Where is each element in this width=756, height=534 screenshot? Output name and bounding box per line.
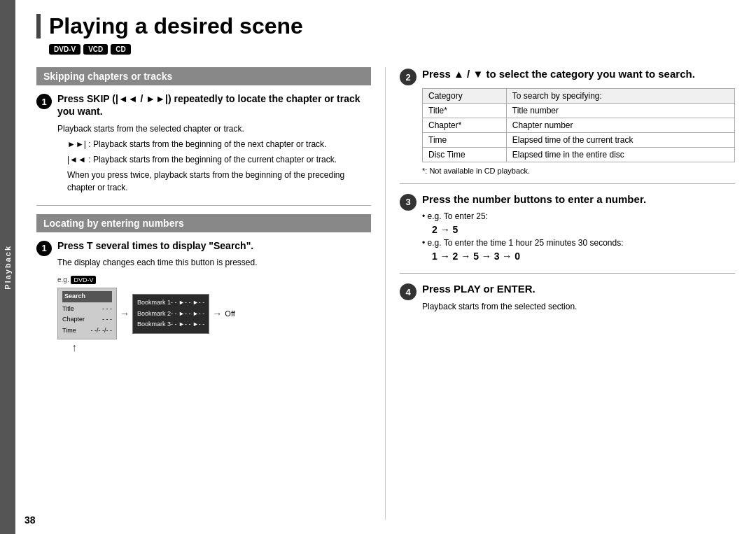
- screen-row: Search Title - - - Chapter - - -: [57, 288, 235, 339]
- badge-vcd: VCD: [83, 44, 108, 55]
- screen2-row1-value: - - ►- - ►- -: [171, 298, 204, 308]
- step3-title: Press the number buttons to enter a numb…: [422, 192, 735, 206]
- step1-title: Press SKIP (|◄◄ / ►►|) repeatedly to loc…: [57, 92, 371, 118]
- section2-header: Locating by entering numbers: [36, 214, 371, 232]
- left-column: Skipping chapters or tracks 1 Press SKIP…: [36, 67, 386, 520]
- category-table: Category To search by specifying: Title*…: [422, 88, 735, 162]
- step3-example1-label: • e.g. To enter 25:: [422, 211, 735, 221]
- table-row-2: Chapter* Chapter number: [423, 118, 735, 132]
- diagram-area: e.g. DVD-V Search Title - -: [57, 274, 371, 357]
- screen1-row3: Time - -/- -/- -: [62, 325, 112, 337]
- right-column: 2 Press ▲ / ▼ to select the category you…: [386, 67, 735, 520]
- table-row-3: Time Elapsed time of the current track: [423, 132, 735, 147]
- divider1: [36, 205, 371, 206]
- screen1-row1-value: - - -: [102, 304, 112, 314]
- step3-example2-value: 1 → 2 → 5 → 3 → 0: [432, 251, 735, 262]
- screen1-row1-label: Title: [62, 304, 74, 314]
- section1-header: Skipping chapters or tracks: [36, 67, 371, 85]
- divider-right1: [400, 183, 735, 184]
- step3-box: 3 Press the number buttons to enter a nu…: [400, 192, 735, 265]
- step3-number: 3: [400, 194, 416, 211]
- table-row3-col1: Time: [423, 132, 507, 147]
- step4-number: 4: [400, 283, 416, 300]
- step3-example1-value: 2 → 5: [432, 224, 735, 235]
- screen1-row3-value: - -/- -/- -: [91, 326, 113, 336]
- table-note: *: Not available in CD playback.: [422, 167, 735, 175]
- step1-number: 1: [36, 94, 52, 109]
- screen2-row1-label: Bookmark 1: [137, 298, 171, 308]
- step3-example2-label: • e.g. To enter the time 1 hour 25 minut…: [422, 238, 735, 248]
- screen2-row3: Bookmark 3 - - ►- - ►- -: [137, 319, 204, 330]
- step4-body: Playback starts from the selected sectio…: [422, 302, 735, 311]
- step4-title: Press PLAY or ENTER.: [422, 282, 735, 296]
- screen1-row2-label: Chapter: [62, 315, 85, 325]
- page-title: Playing a desired scene: [36, 14, 735, 38]
- screen2-row2: Bookmark 2 - - ►- - ►- -: [137, 309, 204, 320]
- screen1-row1: Title - - -: [62, 304, 112, 315]
- step3-content: Press the number buttons to enter a numb…: [422, 192, 735, 265]
- backward-label: |◄◄ :: [67, 155, 91, 164]
- screen1-row2-value: - - -: [102, 315, 112, 325]
- table-row4-col1: Disc Time: [423, 147, 507, 162]
- step1b-title: Press T several times to display "Search…: [57, 239, 371, 252]
- screen1-header: Search: [62, 291, 112, 302]
- step1b-number: 1: [36, 241, 52, 256]
- step4-box: 4 Press PLAY or ENTER. Playback starts f…: [400, 282, 735, 311]
- divider-right2: [400, 273, 735, 274]
- off-label: Off: [225, 308, 234, 320]
- forward-label: ►►| :: [67, 139, 91, 149]
- step4-content: Press PLAY or ENTER. Playback starts fro…: [422, 282, 735, 311]
- step1-backward: |◄◄ : Playback starts from the beginning…: [57, 153, 371, 166]
- table-row3-col2: Elapsed time of the current track: [506, 132, 734, 147]
- table-header-col1: Category: [423, 88, 507, 103]
- screen2-row2-value: - - ►- - ►- -: [171, 309, 204, 319]
- badge-dvdv: DVD-V: [49, 44, 80, 55]
- step2-number: 2: [400, 69, 416, 85]
- screen2-row3-label: Bookmark 3: [137, 320, 171, 330]
- table-row-1: Title* Title number: [423, 103, 735, 118]
- table-row1-col2: Title number: [506, 103, 734, 118]
- step1b-body-line1: The display changes each time this butto…: [57, 256, 371, 269]
- table-row1-col1: Title*: [423, 103, 507, 118]
- screen1: Search Title - - - Chapter - - -: [57, 288, 117, 339]
- step1-search: 1 Press T several times to display "Sear…: [36, 239, 371, 357]
- diagram-wrapper: e.g. DVD-V Search Title - -: [57, 274, 235, 357]
- backward-text1: Playback starts from the beginning of th…: [93, 155, 337, 164]
- screen2-row1: Bookmark 1 - - ►- - ►- -: [137, 297, 204, 309]
- step1-content: Press SKIP (|◄◄ / ►►|) repeatedly to loc…: [57, 92, 371, 196]
- step2-table-wrapper: Category To search by specifying: Title*…: [422, 88, 735, 175]
- table-header-col2: To search by specifying:: [506, 88, 734, 103]
- screen1-row2: Chapter - - -: [62, 314, 112, 325]
- badge-cd: CD: [111, 44, 130, 55]
- step1-skip: 1 Press SKIP (|◄◄ / ►►|) repeatedly to l…: [36, 92, 371, 196]
- table-row2-col2: Chapter number: [506, 118, 734, 132]
- page-number: 38: [24, 514, 36, 526]
- screen1-row3-label: Time: [62, 326, 76, 336]
- screen2-row2-label: Bookmark 2: [137, 309, 171, 319]
- step3-body: • e.g. To enter 25: 2 → 5 • e.g. To ente…: [422, 211, 735, 262]
- step1b-content: Press T several times to display "Search…: [57, 239, 371, 357]
- table-row-4: Disc Time Elapsed time in the entire dis…: [423, 147, 735, 162]
- eg-label: e.g. DVD-V: [57, 274, 235, 286]
- step1-forward: ►►| : Playback starts from the beginning…: [57, 138, 371, 150]
- arrow-up: ↑: [71, 339, 235, 356]
- step1-body-line1: Playback starts from the selected chapte…: [57, 122, 371, 135]
- screen2-row3-value: - - ►- - ►- -: [171, 320, 204, 330]
- badge-row: DVD-V VCD CD: [49, 44, 735, 55]
- forward-text: Playback starts from the beginning of th…: [93, 139, 327, 149]
- step2-content: Press ▲ / ▼ to select the category you w…: [422, 67, 735, 175]
- step4-body-text: Playback starts from the selected sectio…: [422, 302, 735, 311]
- table-row2-col1: Chapter*: [423, 118, 507, 132]
- sidebar-tab: Playback: [0, 0, 15, 534]
- step2-box: 2 Press ▲ / ▼ to select the category you…: [400, 67, 735, 175]
- arrow-right1: →: [120, 307, 130, 321]
- table-row4-col2: Elapsed time in the entire disc: [506, 147, 734, 162]
- page-container: Playback Playing a desired scene DVD-V V…: [0, 0, 756, 534]
- main-content: Playing a desired scene DVD-V VCD CD Ski…: [15, 0, 756, 534]
- step2-title: Press ▲ / ▼ to select the category you w…: [422, 67, 735, 81]
- two-col-layout: Skipping chapters or tracks 1 Press SKIP…: [36, 67, 735, 520]
- step1b-body: The display changes each time this butto…: [57, 256, 371, 357]
- screen2: Bookmark 1 - - ►- - ►- - Bookmark 2 - - …: [132, 294, 209, 334]
- step1-body: Playback starts from the selected chapte…: [57, 122, 371, 194]
- step1-backward2: When you press twice, playback starts fr…: [57, 169, 371, 194]
